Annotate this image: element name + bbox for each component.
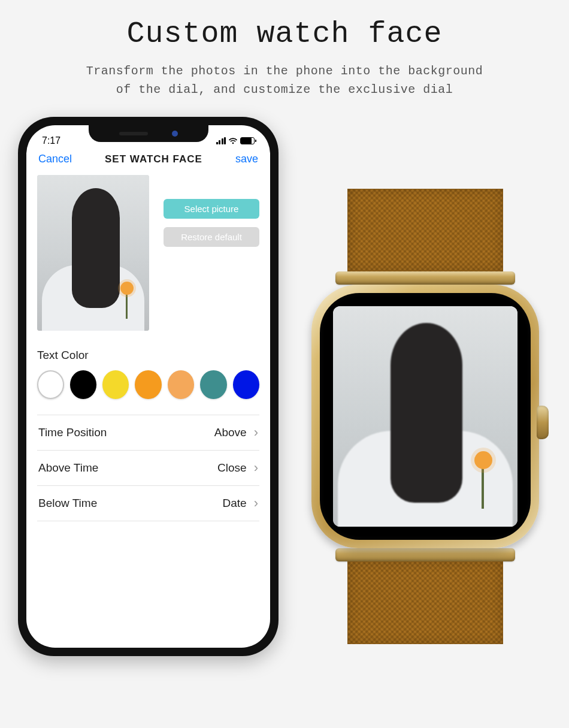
setting-row-time-position[interactable]: Time PositionAbove› — [37, 415, 259, 451]
page-title: Custom watch face — [0, 17, 569, 51]
watch-crown[interactable] — [537, 406, 549, 439]
color-swatch-6[interactable] — [233, 370, 259, 399]
color-swatch-4[interactable] — [168, 370, 194, 399]
color-swatch-5[interactable] — [200, 370, 226, 399]
status-time: 7:17 — [42, 135, 60, 146]
row-value: Close — [217, 461, 247, 475]
text-color-label: Text Color — [37, 349, 259, 362]
chevron-right-icon: › — [254, 426, 258, 439]
color-swatches — [37, 370, 259, 399]
save-button[interactable]: save — [235, 153, 258, 165]
select-picture-button[interactable]: Select picture — [164, 199, 259, 219]
chevron-right-icon: › — [254, 461, 258, 475]
nav-bar: Cancel SET WATCH FACE save — [26, 149, 270, 171]
row-label: Below Time — [38, 497, 97, 510]
row-label: Above Time — [38, 461, 98, 475]
watchface-preview[interactable] — [37, 175, 149, 331]
watch-band-top — [347, 189, 503, 271]
cancel-button[interactable]: Cancel — [38, 153, 72, 165]
nav-title: SET WATCH FACE — [105, 153, 202, 165]
phone-screen: 7:17 Cancel SET WATCH FACE save — [26, 125, 270, 648]
color-swatch-3[interactable] — [135, 370, 161, 399]
setting-row-above-time[interactable]: Above TimeClose› — [37, 451, 259, 486]
chevron-right-icon: › — [254, 497, 258, 510]
row-value: Date — [223, 497, 247, 510]
subtitle-line-1: Transform the photos in the phone into t… — [86, 64, 483, 78]
watch-band-bottom — [347, 561, 503, 644]
row-label: Time Position — [38, 426, 107, 439]
watch-lug-top — [335, 271, 515, 285]
color-swatch-1[interactable] — [70, 370, 96, 399]
watch-case — [311, 285, 539, 548]
restore-default-button[interactable]: Restore default — [164, 227, 259, 247]
phone-frame: 7:17 Cancel SET WATCH FACE save — [18, 117, 279, 656]
color-swatch-2[interactable] — [102, 370, 129, 399]
smartwatch — [299, 189, 551, 644]
watch-screen-preview — [333, 306, 517, 527]
wifi-icon — [228, 137, 238, 144]
battery-icon — [240, 137, 255, 144]
page-subtitle: Transform the photos in the phone into t… — [0, 62, 569, 99]
signal-icon — [216, 137, 226, 144]
row-value: Above — [214, 426, 247, 439]
color-swatch-0[interactable] — [37, 370, 64, 399]
watch-bezel — [320, 293, 531, 540]
phone-notch — [89, 125, 208, 142]
subtitle-line-2: of the dial, and customize the exclusive… — [116, 83, 453, 96]
setting-row-below-time[interactable]: Below TimeDate› — [37, 486, 259, 521]
watch-lug-bottom — [335, 548, 515, 561]
